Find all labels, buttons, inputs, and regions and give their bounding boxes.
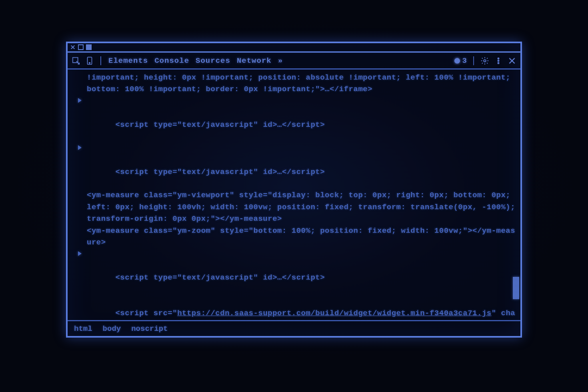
dom-node-ym-viewport[interactable]: <ym-measure class="ym-viewport" style="d… xyxy=(78,190,516,225)
more-tabs-button[interactable]: » xyxy=(277,55,284,67)
tab-console[interactable]: Console xyxy=(154,55,190,67)
dom-node-ym-zoom[interactable]: <ym-measure class="ym-zoom" style="botto… xyxy=(78,225,516,249)
tab-elements[interactable]: Elements xyxy=(108,55,149,67)
toolbar-divider xyxy=(473,56,474,65)
issues-count: 3 xyxy=(462,56,467,65)
svg-point-6 xyxy=(498,62,499,64)
expand-triangle-icon[interactable] xyxy=(78,145,82,150)
elements-tree[interactable]: !important; height: 0px !important; posi… xyxy=(68,70,520,320)
breadcrumb-item[interactable]: body xyxy=(103,324,121,333)
dom-text: <script type="text/javascript" id>…</scr… xyxy=(115,168,325,176)
svg-point-2 xyxy=(89,62,90,64)
breadcrumb-item[interactable]: html xyxy=(74,324,92,333)
window-titlebar xyxy=(68,43,520,53)
dom-node-script[interactable]: <script type="text/javascript" id>…</scr… xyxy=(78,249,516,296)
expand-triangle-icon[interactable] xyxy=(78,98,82,103)
dom-node-iframe-styles[interactable]: !important; height: 0px !important; posi… xyxy=(78,72,516,96)
settings-icon[interactable] xyxy=(480,56,489,65)
dom-text: <script src=" xyxy=(115,309,177,318)
svg-point-3 xyxy=(484,60,486,62)
device-toggle-icon[interactable] xyxy=(85,56,94,65)
tab-network[interactable]: Network xyxy=(236,55,272,67)
dom-text: <script type="text/javascript" id>…</scr… xyxy=(115,120,325,129)
svg-point-5 xyxy=(498,60,499,61)
toolbar-divider xyxy=(100,56,101,65)
breadcrumb-item[interactable]: noscript xyxy=(131,324,168,333)
dom-node-script[interactable]: <script type="text/javascript" id>…</scr… xyxy=(78,96,516,143)
inspect-icon[interactable] xyxy=(72,56,80,65)
dom-node-script[interactable]: <script type="text/javascript" id>…</scr… xyxy=(78,143,516,190)
titlebar-maximize-icon[interactable] xyxy=(78,44,84,50)
dom-text: <script type="text/javascript" id>…</scr… xyxy=(115,273,325,282)
dom-node-script-external[interactable]: <script src="https://cdn.saas-support.co… xyxy=(78,296,516,320)
devtools-window: Elements Console Sources Network » 3 !im… xyxy=(66,42,522,338)
tab-sources[interactable]: Sources xyxy=(195,55,231,67)
scrollbar-thumb[interactable] xyxy=(513,277,519,299)
dom-breadcrumb: html body noscript xyxy=(68,320,520,336)
devtools-toolbar: Elements Console Sources Network » 3 xyxy=(68,53,520,70)
expand-triangle-icon[interactable] xyxy=(78,251,82,256)
external-script-url[interactable]: https://cdn.saas-support.com/build/widge… xyxy=(177,309,492,318)
issues-badge[interactable]: 3 xyxy=(454,56,467,65)
issues-dot-icon xyxy=(454,58,460,64)
more-menu-icon[interactable] xyxy=(494,56,503,65)
svg-point-4 xyxy=(498,58,499,59)
close-panel-icon[interactable] xyxy=(508,56,516,65)
titlebar-close-icon[interactable] xyxy=(70,44,76,50)
titlebar-minimize-icon[interactable] xyxy=(86,44,92,50)
